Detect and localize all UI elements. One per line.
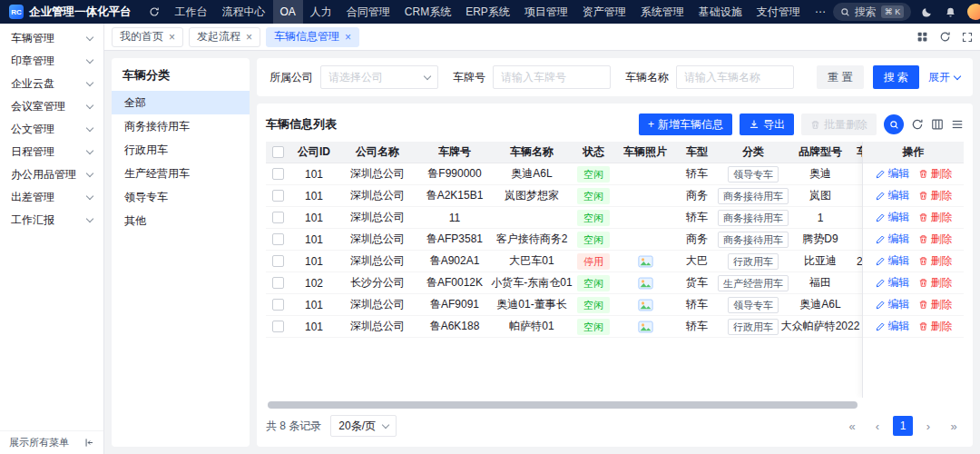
- total-records: 共 8 条记录: [266, 419, 321, 434]
- edit-button[interactable]: 编辑: [875, 275, 910, 291]
- batch-delete-button[interactable]: 批量删除: [801, 114, 877, 135]
- nav-item-8[interactable]: 项目管理: [517, 0, 575, 24]
- expand-toggle[interactable]: 展开: [928, 70, 960, 85]
- sidebar-item-9[interactable]: 工作汇报: [0, 209, 103, 232]
- plate-input[interactable]: [501, 71, 603, 84]
- add-vehicle-button[interactable]: + 新增车辆信息: [639, 114, 732, 135]
- select-all-checkbox[interactable]: [272, 146, 284, 158]
- delete-button[interactable]: 删除: [918, 166, 953, 182]
- sidebar-item-6[interactable]: 日程管理: [0, 141, 103, 163]
- edit-button[interactable]: 编辑: [875, 297, 910, 312]
- edit-button[interactable]: 编辑: [875, 253, 910, 269]
- category-item-2[interactable]: 商务接待用车: [112, 114, 250, 138]
- apps-grid-icon[interactable]: [916, 31, 928, 43]
- nav-item-6[interactable]: CRM系统: [397, 0, 458, 24]
- nav-item-11[interactable]: 基础设施: [691, 0, 750, 24]
- delete-button[interactable]: 删除: [918, 232, 953, 247]
- cell-vehicle-type: 轿车: [674, 316, 720, 337]
- nav-item-4[interactable]: 人力: [303, 0, 339, 24]
- sidebar-item-8[interactable]: 出差管理: [0, 186, 103, 209]
- refresh-icon[interactable]: [146, 4, 162, 20]
- scrollbar-thumb[interactable]: [268, 401, 858, 409]
- row-checkbox[interactable]: [272, 321, 284, 332]
- nav-item-3[interactable]: OA: [273, 0, 303, 24]
- edit-button[interactable]: 编辑: [875, 188, 910, 203]
- nav-item-12[interactable]: 支付管理: [750, 0, 808, 24]
- vehicle-name-label: 车辆名称: [625, 70, 669, 85]
- edit-button[interactable]: 编辑: [875, 319, 910, 334]
- app-logo[interactable]: RC: [9, 5, 24, 19]
- row-checkbox[interactable]: [272, 277, 284, 289]
- close-tab-icon[interactable]: ×: [246, 31, 252, 44]
- next-page-button[interactable]: ›: [918, 416, 938, 436]
- avatar[interactable]: [967, 4, 980, 20]
- delete-button[interactable]: 删除: [918, 275, 953, 291]
- nav-item-9[interactable]: 资产管理: [575, 0, 633, 24]
- nav-more-button[interactable]: ⋯: [808, 0, 833, 24]
- tab-3[interactable]: 车辆信息管理×: [266, 27, 359, 47]
- row-checkbox[interactable]: [272, 299, 284, 311]
- vehicle-photo-thumbnail[interactable]: [638, 255, 653, 268]
- sidebar-footer[interactable]: 展示所有菜单: [0, 430, 103, 454]
- vehicle-photo-thumbnail[interactable]: [638, 299, 653, 311]
- sidebar-item-2[interactable]: 印章管理: [0, 50, 103, 73]
- prev-page-button[interactable]: ‹: [867, 416, 887, 436]
- close-tab-icon[interactable]: ×: [169, 31, 175, 44]
- first-page-button[interactable]: «: [842, 416, 862, 436]
- search-button[interactable]: 搜 索: [873, 65, 919, 89]
- refresh-list-icon[interactable]: [911, 118, 924, 131]
- export-button[interactable]: 导出: [740, 114, 794, 135]
- category-item-6[interactable]: 其他: [112, 209, 250, 232]
- category-item-5[interactable]: 领导专车: [112, 185, 250, 209]
- sidebar-item-7[interactable]: 办公用品管理: [0, 163, 103, 186]
- current-page[interactable]: 1: [893, 416, 913, 436]
- reset-button[interactable]: 重 置: [817, 65, 863, 89]
- search-toggle-button[interactable]: [884, 114, 904, 134]
- nav-item-10[interactable]: 系统管理: [633, 0, 691, 24]
- sidebar-item-1[interactable]: 车辆管理: [0, 27, 103, 50]
- row-checkbox[interactable]: [272, 168, 284, 180]
- edit-button[interactable]: 编辑: [875, 210, 910, 225]
- vehicle-table: 公司ID公司名称车牌号车辆名称状态车辆照片车型分类品牌型号车 101深圳总公司鲁…: [266, 142, 964, 398]
- edit-button[interactable]: 编辑: [875, 166, 910, 182]
- edit-button[interactable]: 编辑: [875, 232, 910, 247]
- vehicle-name-input[interactable]: [684, 71, 786, 84]
- category-item-4[interactable]: 生产经营用车: [112, 162, 250, 185]
- global-search[interactable]: 搜索 ⌘ K: [833, 3, 912, 21]
- nav-item-7[interactable]: ERP系统: [458, 0, 517, 24]
- delete-button[interactable]: 删除: [918, 253, 953, 269]
- row-checkbox[interactable]: [272, 255, 284, 267]
- page-size-select[interactable]: 20条/页: [330, 415, 397, 437]
- tab-2[interactable]: 发起流程×: [189, 27, 260, 47]
- nav-item-1[interactable]: 工作台: [168, 0, 215, 24]
- column-settings-icon[interactable]: [931, 118, 944, 131]
- nav-item-2[interactable]: 流程中心: [215, 0, 273, 24]
- company-select[interactable]: 请选择公司: [320, 65, 438, 89]
- tab-1[interactable]: 我的首页×: [112, 27, 183, 47]
- density-icon[interactable]: [951, 118, 964, 131]
- vehicle-photo-thumbnail[interactable]: [638, 277, 653, 290]
- row-checkbox[interactable]: [272, 233, 284, 245]
- row-checkbox[interactable]: [272, 212, 284, 223]
- cell-vehicle-name: 小货车-东南仓01: [493, 272, 571, 293]
- bell-icon[interactable]: [942, 4, 958, 20]
- sidebar-item-3[interactable]: 企业云盘: [0, 73, 103, 95]
- nav-item-5[interactable]: 合同管理: [339, 0, 397, 24]
- row-checkbox[interactable]: [272, 190, 284, 202]
- vehicle-photo-thumbnail[interactable]: [638, 321, 653, 333]
- horizontal-scrollbar[interactable]: [268, 401, 962, 409]
- last-page-button[interactable]: »: [944, 416, 964, 436]
- refresh-tabs-icon[interactable]: [939, 31, 951, 43]
- close-tab-icon[interactable]: ×: [345, 31, 351, 44]
- category-item-1[interactable]: 全部: [112, 91, 250, 114]
- delete-button[interactable]: 删除: [918, 297, 953, 312]
- sidebar-item-4[interactable]: 会议室管理: [0, 95, 103, 118]
- moon-icon[interactable]: [918, 4, 935, 20]
- delete-button[interactable]: 删除: [918, 188, 953, 203]
- fullscreen-icon[interactable]: [962, 31, 973, 43]
- category-item-3[interactable]: 行政用车: [112, 138, 250, 162]
- sidebar-item-5[interactable]: 公文管理: [0, 118, 103, 141]
- delete-button[interactable]: 删除: [918, 319, 953, 334]
- delete-button[interactable]: 删除: [918, 210, 953, 225]
- collapse-menu-icon[interactable]: [84, 438, 94, 448]
